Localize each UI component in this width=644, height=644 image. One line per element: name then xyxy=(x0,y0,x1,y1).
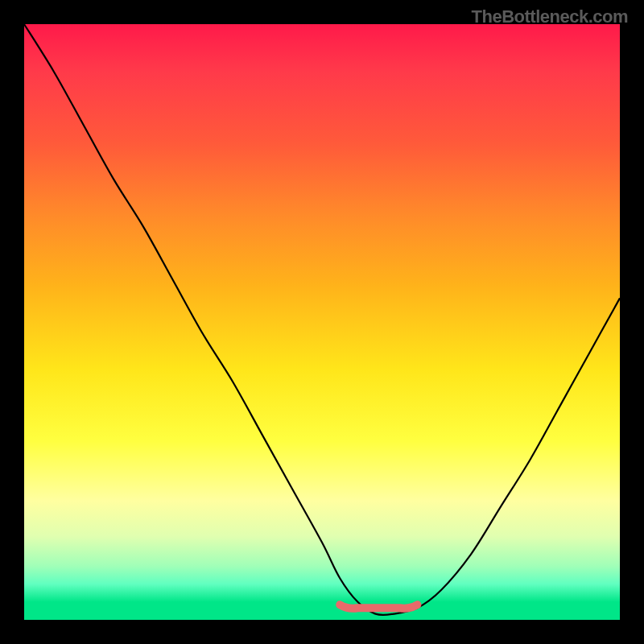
bottleneck-heatmap-plot xyxy=(24,24,620,620)
bottleneck-curve-line xyxy=(24,24,620,615)
curve-svg xyxy=(24,24,620,620)
optimal-range-marker xyxy=(340,605,417,609)
watermark-text: TheBottleneck.com xyxy=(472,6,628,27)
